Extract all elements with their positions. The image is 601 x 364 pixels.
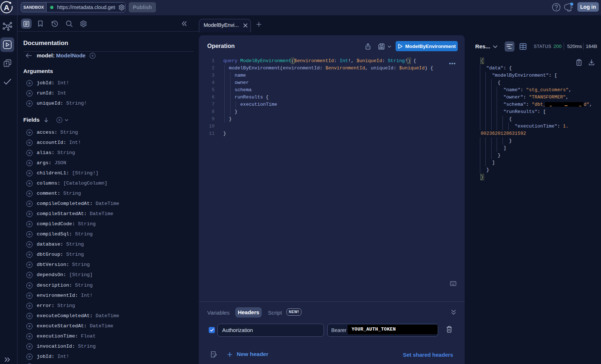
svg-text:A: A <box>4 3 9 12</box>
